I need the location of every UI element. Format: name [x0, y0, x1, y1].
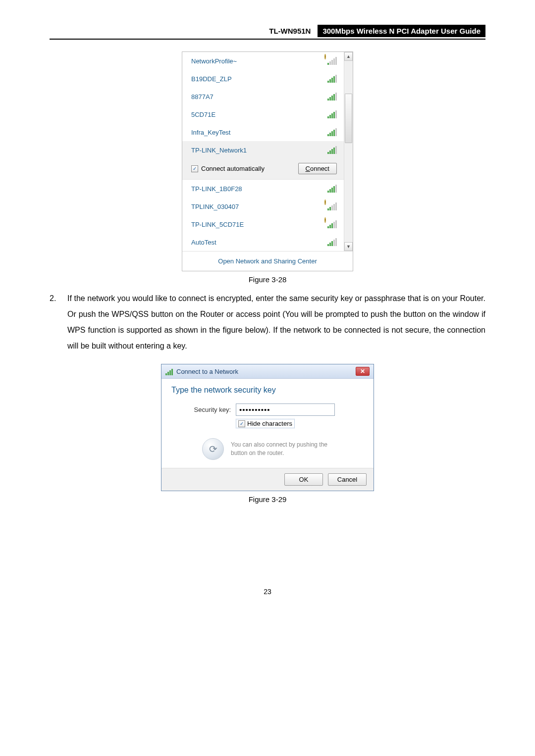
- wifi-network-panel: NetworkProfile~ ! B19DDE_ZLP 8877A7 5CD7…: [182, 51, 353, 271]
- wifi-name: TP-LINK_Network1: [191, 147, 247, 154]
- wifi-name: 5CD71E: [191, 111, 215, 118]
- wifi-name: TP-LINK_1B0F28: [191, 185, 242, 193]
- signal-icon: [327, 128, 337, 136]
- wifi-name: NetworkProfile~: [191, 57, 237, 65]
- scroll-thumb[interactable]: [345, 94, 352, 143]
- router-icon: ⟳: [202, 438, 224, 460]
- wifi-name: TP-LINK_5CD71E: [191, 221, 244, 228]
- page-header: TL-WN951N300Mbps Wireless N PCI Adapter …: [50, 25, 485, 40]
- scroll-up-button[interactable]: ▲: [344, 52, 353, 61]
- close-button[interactable]: ✕: [356, 367, 370, 376]
- shield-icon: !: [324, 217, 326, 223]
- step-2: 2. If the network you would like to conn…: [50, 291, 485, 354]
- wifi-name: B19DDE_ZLP: [191, 75, 232, 83]
- connect-automatically-checkbox[interactable]: ✓ Connect automatically: [191, 165, 265, 172]
- signal-icon: [327, 146, 337, 154]
- wifi-name: AutoTest: [191, 239, 216, 246]
- signal-icon: !: [327, 220, 337, 228]
- wifi-item[interactable]: NetworkProfile~ !: [182, 52, 344, 70]
- scroll-down-button[interactable]: ▼: [344, 242, 353, 251]
- wifi-item[interactable]: TPLINK_030407 !: [182, 198, 344, 215]
- cancel-button[interactable]: Cancel: [328, 473, 367, 486]
- checkbox-icon: ✓: [238, 420, 245, 427]
- scroll-track[interactable]: [344, 61, 353, 242]
- shield-icon: !: [324, 200, 326, 205]
- wifi-name: Infra_KeyTest: [191, 129, 231, 136]
- connect-button[interactable]: Connect: [298, 163, 337, 174]
- signal-icon: [327, 238, 337, 246]
- signal-icon: [327, 93, 337, 101]
- router-hint-text: You can also connect by pushing the butt…: [231, 441, 327, 457]
- router-hint-row: ⟳ You can also connect by pushing the bu…: [202, 438, 364, 460]
- wifi-item[interactable]: Infra_KeyTest: [182, 123, 344, 141]
- wifi-item[interactable]: 8877A7: [182, 88, 344, 105]
- connect-auto-label: Connect automatically: [201, 165, 265, 172]
- wifi-item[interactable]: TP-LINK_5CD71E !: [182, 215, 344, 233]
- wifi-item[interactable]: B19DDE_ZLP: [182, 70, 344, 88]
- shield-icon: !: [324, 54, 326, 59]
- signal-icon: !: [327, 57, 337, 65]
- model-number: TL-WN951N: [262, 25, 318, 37]
- security-key-input[interactable]: ••••••••••: [236, 403, 335, 416]
- dialog-footer: OK Cancel: [161, 468, 374, 491]
- dialog-heading: Type the network security key: [171, 386, 364, 395]
- wifi-name: 8877A7: [191, 93, 214, 101]
- dialog-title: Connect to a Network: [176, 368, 238, 375]
- ok-button[interactable]: OK: [284, 473, 323, 486]
- scrollbar[interactable]: ▲ ▼: [344, 52, 353, 251]
- step-text: If the network you would like to connect…: [67, 291, 485, 354]
- open-network-sharing-link[interactable]: Open Network and Sharing Center: [182, 251, 353, 271]
- wifi-name: TPLINK_030407: [191, 203, 239, 210]
- wifi-item[interactable]: TP-LINK_1B0F28: [182, 180, 344, 198]
- wifi-item[interactable]: AutoTest: [182, 233, 344, 251]
- wifi-icon: [165, 367, 173, 375]
- connect-row: ✓ Connect automatically Connect: [182, 159, 344, 180]
- wifi-item-selected[interactable]: TP-LINK_Network1: [182, 141, 344, 159]
- figure-caption: Figure 3-28: [50, 275, 485, 284]
- dialog-titlebar: Connect to a Network ✕: [161, 364, 374, 379]
- security-key-label: Security key:: [171, 406, 231, 413]
- checkbox-icon: ✓: [191, 165, 198, 172]
- step-number: 2.: [50, 291, 60, 354]
- connect-to-network-dialog: Connect to a Network ✕ Type the network …: [161, 364, 374, 491]
- guide-title: 300Mbps Wireless N PCI Adapter User Guid…: [318, 25, 485, 37]
- hide-characters-checkbox[interactable]: ✓ Hide characters: [236, 419, 295, 428]
- figure-caption: Figure 3-29: [50, 495, 485, 504]
- page-number: 23: [50, 588, 485, 596]
- wifi-item[interactable]: 5CD71E: [182, 105, 344, 123]
- signal-icon: [327, 110, 337, 118]
- signal-icon: !: [327, 202, 337, 210]
- hide-characters-label: Hide characters: [247, 420, 292, 427]
- wifi-list: NetworkProfile~ ! B19DDE_ZLP 8877A7 5CD7…: [182, 52, 353, 251]
- signal-icon: [327, 75, 337, 83]
- signal-icon: [327, 185, 337, 193]
